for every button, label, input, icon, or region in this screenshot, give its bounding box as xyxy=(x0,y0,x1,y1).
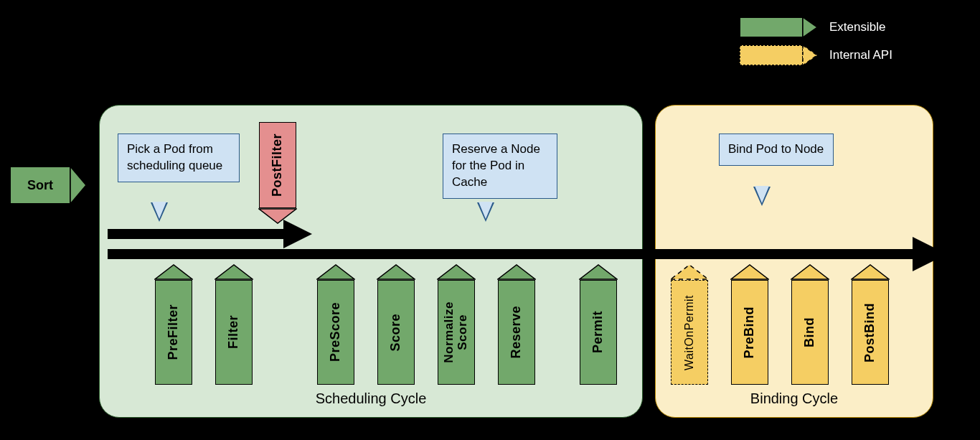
binding-cycle-label: Binding Cycle xyxy=(656,390,933,407)
legend-internal-label: Internal API xyxy=(829,48,892,62)
reserve-extension: Reserve xyxy=(498,264,535,385)
svg-marker-13 xyxy=(791,265,829,279)
svg-marker-6 xyxy=(317,265,354,279)
sort-extension: Sort xyxy=(10,167,86,204)
legend-extensible-swatch xyxy=(740,17,817,37)
svg-marker-1 xyxy=(803,45,817,65)
score-extension: Score xyxy=(377,264,415,385)
waitonpermit-label: WaitOnPermit xyxy=(683,291,696,375)
legend-extensible-label: Extensible xyxy=(829,20,885,34)
filter-extension: Filter xyxy=(215,264,253,385)
main-flow-arrow-head xyxy=(913,237,947,271)
svg-marker-8 xyxy=(438,265,475,279)
pick-pod-callout: Pick a Pod from scheduling queue xyxy=(118,134,240,182)
svg-marker-11 xyxy=(671,265,708,279)
svg-marker-2 xyxy=(70,167,86,204)
filter-label: Filter xyxy=(227,311,241,353)
normalizescore-label: Normalize Score xyxy=(443,297,469,368)
reserve-node-callout: Reserve a Node for the Pod in Cache xyxy=(443,134,557,199)
score-label: Score xyxy=(389,309,403,356)
svg-marker-5 xyxy=(215,265,253,279)
permit-extension: Permit xyxy=(580,264,617,385)
prescore-label: PreScore xyxy=(329,298,343,366)
prefilter-label: PreFilter xyxy=(166,300,181,365)
prefilter-extension: PreFilter xyxy=(155,264,192,385)
bind-extension: Bind xyxy=(791,264,829,385)
reserve-label: Reserve xyxy=(509,301,524,363)
sort-label: Sort xyxy=(27,178,53,193)
postbind-extension: PostBind xyxy=(852,264,889,385)
bind-pod-callout: Bind Pod to Node xyxy=(719,134,834,166)
svg-marker-9 xyxy=(498,265,535,279)
svg-marker-4 xyxy=(155,265,192,279)
postfilter-label: PostFilter xyxy=(270,129,285,201)
prebind-label: PreBind xyxy=(743,302,757,363)
svg-marker-12 xyxy=(731,265,768,279)
reserve-node-text: Reserve a Node for the Pod in Cache xyxy=(452,142,540,189)
svg-marker-0 xyxy=(803,17,817,37)
svg-marker-3 xyxy=(259,209,296,223)
svg-marker-7 xyxy=(377,265,415,279)
legend-internal-swatch xyxy=(740,45,817,65)
scheduling-cycle-label: Scheduling Cycle xyxy=(100,390,642,407)
svg-marker-14 xyxy=(852,265,889,279)
bind-label: Bind xyxy=(803,313,817,352)
pick-pod-text: Pick a Pod from scheduling queue xyxy=(127,142,222,172)
main-flow-arrow xyxy=(108,249,915,259)
normalizescore-extension: Normalize Score xyxy=(438,264,475,385)
prescore-extension: PreScore xyxy=(317,264,354,385)
postfilter-branch-arrow xyxy=(108,229,301,239)
permit-label: Permit xyxy=(591,306,606,357)
waitonpermit-extension: WaitOnPermit xyxy=(671,264,708,385)
postfilter-extension: PostFilter xyxy=(259,122,296,224)
prebind-extension: PreBind xyxy=(731,264,768,385)
bind-pod-text: Bind Pod to Node xyxy=(728,142,824,156)
svg-marker-10 xyxy=(580,265,617,279)
postfilter-branch-arrow-head xyxy=(283,220,312,248)
postbind-label: PostBind xyxy=(863,299,877,367)
